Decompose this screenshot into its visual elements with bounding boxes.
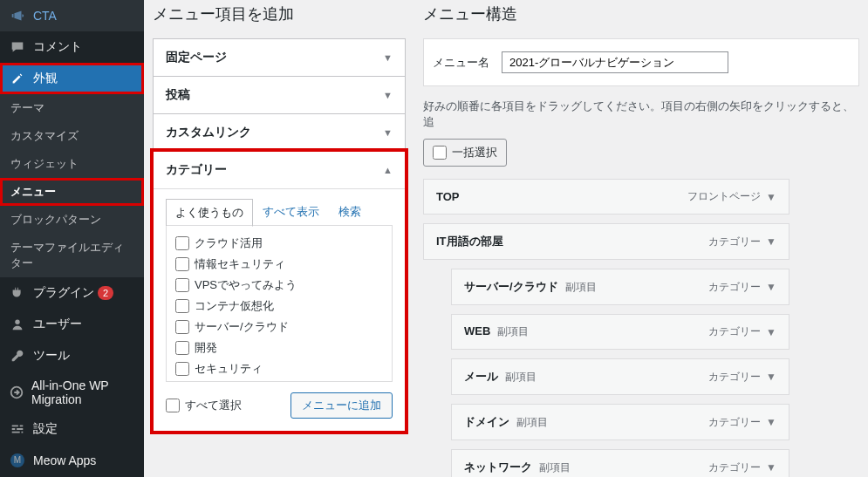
submenu-block-patterns[interactable]: ブロックパターン: [0, 206, 144, 234]
sub-item-tag: 副項目: [565, 281, 597, 293]
add-to-menu-button[interactable]: メニューに追加: [290, 392, 393, 419]
submenu-theme-file-editor[interactable]: テーマファイルエディター: [0, 234, 144, 277]
triangle-down-icon[interactable]: ▼: [766, 281, 776, 293]
admin-sidebar: CTA コメント 外観 テーマ カスタマイズ ウィジェット メニュー ブロックパ…: [0, 0, 144, 477]
menu-name-row: メニュー名: [423, 38, 859, 86]
accordion-head[interactable]: 固定ページ ▼: [154, 39, 405, 76]
category-item[interactable]: 情報セキュリティ: [175, 254, 383, 275]
sidebar-item-plugins[interactable]: プラグイン 2: [0, 277, 144, 309]
menu-item-title: ドメイン: [464, 415, 509, 428]
sub-item-tag: 副項目: [505, 371, 537, 383]
tab-frequent[interactable]: よく使うもの: [166, 199, 253, 227]
sidebar-item-cta[interactable]: CTA: [0, 0, 144, 31]
category-list[interactable]: クラウド活用 情報セキュリティ VPSでやってみよう コンテナ仮想化 サーバー/…: [166, 225, 393, 382]
accordion-fixed-page[interactable]: 固定ページ ▼: [153, 38, 406, 76]
menu-item-type: フロントページ ▼: [687, 189, 776, 204]
category-item[interactable]: 開発: [175, 337, 383, 358]
category-item[interactable]: TIPS＆トレンド情報: [175, 379, 383, 382]
sidebar-item-appearance[interactable]: 外観: [0, 63, 144, 94]
tab-all[interactable]: すべて表示: [253, 198, 329, 226]
menu-item-type: カテゴリー ▼: [708, 460, 776, 475]
menu-item[interactable]: ネットワーク副項目カテゴリー ▼: [451, 449, 789, 477]
triangle-down-icon[interactable]: ▼: [766, 416, 776, 428]
category-checkbox[interactable]: [175, 341, 189, 355]
submenu-customize[interactable]: カスタマイズ: [0, 122, 144, 150]
triangle-down-icon[interactable]: ▼: [766, 371, 776, 383]
select-all-checkbox[interactable]: すべて選択: [166, 395, 242, 416]
accordion-head[interactable]: カテゴリー ▲: [154, 152, 405, 188]
accordion-title: カスタムリンク: [166, 125, 251, 140]
category-item[interactable]: サーバー/クラウド: [175, 317, 383, 337]
triangle-down-icon: ▼: [383, 90, 393, 100]
sidebar-label: ユーザー: [33, 317, 82, 332]
sidebar-label: Meow Apps: [33, 453, 96, 467]
menu-item-title: IT用語の部屋: [436, 235, 503, 248]
category-label: クラウド活用: [195, 235, 263, 251]
sidebar-item-comments[interactable]: コメント: [0, 31, 144, 63]
category-checkbox[interactable]: [175, 362, 189, 376]
category-item[interactable]: クラウド活用: [175, 233, 383, 254]
menu-item-type: カテゴリー ▼: [708, 324, 776, 339]
category-item[interactable]: セキュリティ: [175, 358, 383, 379]
submenu-themes[interactable]: テーマ: [0, 94, 144, 122]
menu-item[interactable]: TOPフロントページ ▼: [423, 179, 789, 215]
triangle-down-icon[interactable]: ▼: [766, 191, 776, 203]
menu-item[interactable]: IT用語の部屋カテゴリー ▼: [423, 223, 789, 260]
category-checkbox[interactable]: [175, 257, 189, 271]
category-label: サーバー/クラウド: [195, 319, 289, 335]
category-label: 開発: [195, 340, 217, 356]
triangle-up-icon: ▲: [383, 165, 393, 175]
plugin-icon: [9, 284, 26, 302]
sidebar-item-meow[interactable]: M Meow Apps: [0, 445, 144, 476]
sidebar-item-users[interactable]: ユーザー: [0, 309, 144, 340]
category-item[interactable]: VPSでやってみよう: [175, 275, 383, 296]
help-text: 好みの順番に各項目をドラッグしてください。項目の右側の矢印をクリックすると、追: [423, 99, 859, 130]
category-label: コンテナ仮想化: [195, 298, 274, 314]
menu-item[interactable]: メール副項目カテゴリー ▼: [451, 358, 789, 395]
menu-name-label: メニュー名: [433, 55, 489, 71]
accordion-head[interactable]: 投稿 ▼: [154, 77, 405, 113]
main-content: メニュー項目を追加 固定ページ ▼ 投稿 ▼ カスタムリンク ▼ カテゴリー ▲: [144, 0, 868, 477]
sidebar-item-tools[interactable]: ツール: [0, 340, 144, 371]
category-checkbox[interactable]: [175, 236, 189, 250]
category-checkbox[interactable]: [175, 320, 189, 334]
megaphone-icon: [9, 7, 26, 24]
sidebar-item-settings[interactable]: 設定: [0, 413, 144, 445]
category-tabs: よく使うもの すべて表示 検索: [166, 198, 393, 226]
menu-item[interactable]: WEB副項目カテゴリー ▼: [451, 314, 789, 350]
user-icon: [9, 316, 26, 333]
triangle-down-icon[interactable]: ▼: [766, 326, 776, 338]
bulk-select-input[interactable]: [433, 146, 447, 160]
menu-item-title: WEB: [464, 324, 490, 337]
submenu-menus[interactable]: メニュー: [0, 178, 144, 206]
sidebar-item-aio[interactable]: All-in-One WP Migration: [0, 371, 144, 413]
bulk-select-label: 一括選択: [452, 145, 497, 160]
menu-name-input[interactable]: [502, 51, 728, 73]
migration-icon: [9, 384, 24, 401]
sidebar-label: 設定: [33, 421, 58, 437]
category-item[interactable]: コンテナ仮想化: [175, 296, 383, 317]
submenu-widgets[interactable]: ウィジェット: [0, 150, 144, 178]
triangle-down-icon[interactable]: ▼: [766, 461, 776, 474]
add-items-column: メニュー項目を追加 固定ページ ▼ 投稿 ▼ カスタムリンク ▼ カテゴリー ▲: [153, 0, 406, 477]
menu-item[interactable]: サーバー/クラウド副項目カテゴリー ▼: [451, 269, 789, 305]
accordion-body: よく使うもの すべて表示 検索 クラウド活用 情報セキュリティ VPSでやってみ…: [154, 188, 405, 431]
menu-item-type: カテゴリー ▼: [708, 235, 776, 249]
accordion-footer: すべて選択 メニューに追加: [166, 392, 393, 419]
sub-item-tag: 副項目: [516, 416, 548, 428]
menu-item[interactable]: ドメイン副項目カテゴリー ▼: [451, 404, 789, 440]
bulk-select-checkbox[interactable]: 一括選択: [423, 139, 507, 167]
accordion-custom-link[interactable]: カスタムリンク ▼: [153, 113, 406, 151]
sliders-icon: [9, 420, 26, 438]
category-checkbox[interactable]: [175, 299, 189, 313]
sidebar-label: 外観: [33, 71, 58, 86]
accordion-title: 固定ページ: [166, 50, 227, 65]
accordion-head[interactable]: カスタムリンク ▼: [154, 114, 405, 151]
select-all-input[interactable]: [166, 399, 180, 412]
category-checkbox[interactable]: [175, 278, 189, 292]
triangle-down-icon[interactable]: ▼: [766, 235, 776, 248]
tab-search[interactable]: 検索: [329, 198, 371, 226]
menu-item-type: カテゴリー ▼: [708, 415, 776, 430]
menu-item-title: TOP: [436, 190, 460, 203]
accordion-posts[interactable]: 投稿 ▼: [153, 76, 406, 113]
